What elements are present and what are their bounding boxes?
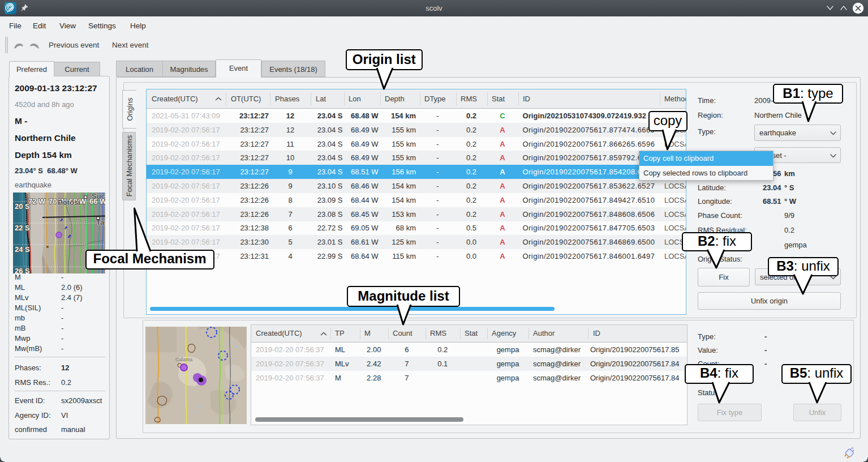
svg-text:22 S: 22 S <box>15 224 30 232</box>
svg-text:72 W: 72 W <box>28 197 46 206</box>
svg-text:Suc: Suc <box>92 192 105 200</box>
svg-text:Calama: Calama <box>175 357 193 362</box>
svg-text:20 S: 20 S <box>15 202 30 211</box>
svg-text:Potosí: Potosí <box>58 198 80 207</box>
svg-text:24 S: 24 S <box>15 245 30 254</box>
